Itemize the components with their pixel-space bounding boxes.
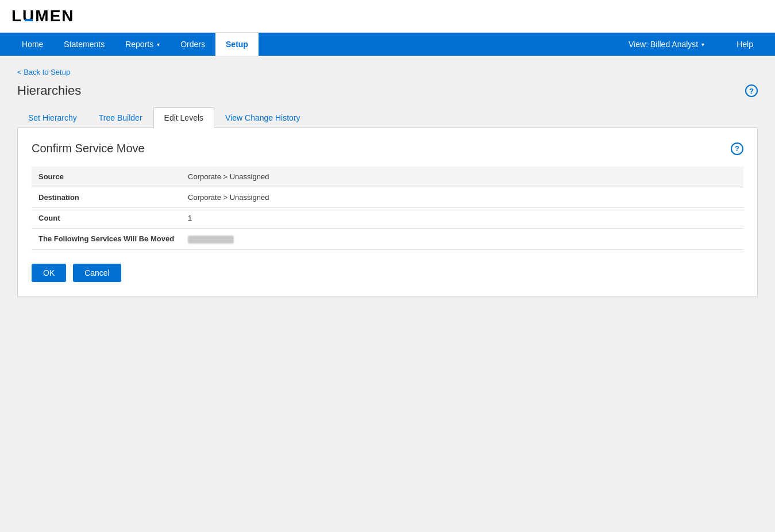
services-value bbox=[181, 229, 743, 250]
redacted-value bbox=[188, 236, 234, 244]
nav-statements[interactable]: Statements bbox=[53, 33, 115, 56]
logo-text: LUMEN bbox=[11, 7, 75, 25]
table-row-services: The Following Services Will Be Moved bbox=[32, 229, 743, 250]
info-table: Source Corporate > Unassigned Destinatio… bbox=[32, 167, 743, 250]
source-value: Corporate > Unassigned bbox=[181, 167, 743, 187]
nav-analyst-label: View: Billed Analyst bbox=[629, 40, 698, 49]
logo: LUMEN bbox=[11, 7, 75, 25]
destination-label: Destination bbox=[32, 187, 181, 208]
button-group: OK Cancel bbox=[32, 264, 743, 282]
nav-right: View: Billed Analyst ▾ Help bbox=[618, 33, 764, 56]
nav-orders[interactable]: Orders bbox=[170, 33, 215, 56]
top-header: LUMEN bbox=[0, 0, 775, 33]
table-row-destination: Destination Corporate > Unassigned bbox=[32, 187, 743, 208]
nav-reports-label: Reports bbox=[125, 40, 153, 49]
count-label: Count bbox=[32, 208, 181, 229]
nav-analyst-chevron: ▾ bbox=[701, 41, 704, 48]
page-help-icon[interactable]: ? bbox=[745, 84, 758, 97]
source-label: Source bbox=[32, 167, 181, 187]
card: Confirm Service Move ? Source Corporate … bbox=[17, 128, 758, 296]
page-content: < Back to Setup Hierarchies ? Set Hierar… bbox=[0, 56, 775, 308]
card-help-icon[interactable]: ? bbox=[731, 142, 743, 155]
card-title: Confirm Service Move bbox=[32, 142, 145, 155]
tab-edit-levels[interactable]: Edit Levels bbox=[153, 107, 214, 128]
page-title-row: Hierarchies ? bbox=[17, 83, 758, 98]
tab-set-hierarchy[interactable]: Set Hierarchy bbox=[17, 107, 88, 128]
nav-bar: Home Statements Reports ▾ Orders Setup V… bbox=[0, 33, 775, 56]
nav-reports-chevron: ▾ bbox=[157, 41, 160, 48]
card-title-row: Confirm Service Move ? bbox=[32, 142, 743, 155]
table-row-source: Source Corporate > Unassigned bbox=[32, 167, 743, 187]
destination-value: Corporate > Unassigned bbox=[181, 187, 743, 208]
nav-home[interactable]: Home bbox=[11, 33, 53, 56]
cancel-button[interactable]: Cancel bbox=[73, 264, 121, 282]
tab-tree-builder[interactable]: Tree Builder bbox=[88, 107, 153, 128]
tab-view-change-history[interactable]: View Change History bbox=[214, 107, 311, 128]
logo-accent bbox=[25, 19, 33, 21]
table-row-count: Count 1 bbox=[32, 208, 743, 229]
nav-setup[interactable]: Setup bbox=[215, 33, 259, 56]
count-value: 1 bbox=[181, 208, 743, 229]
services-label: The Following Services Will Be Moved bbox=[32, 229, 181, 250]
page-title: Hierarchies bbox=[17, 83, 81, 98]
back-link[interactable]: < Back to Setup bbox=[17, 68, 70, 76]
tabs: Set Hierarchy Tree Builder Edit Levels V… bbox=[17, 107, 758, 128]
nav-view-analyst[interactable]: View: Billed Analyst ▾ bbox=[618, 33, 715, 56]
nav-help[interactable]: Help bbox=[726, 33, 764, 56]
nav-items: Home Statements Reports ▾ Orders Setup bbox=[11, 33, 618, 56]
nav-reports[interactable]: Reports ▾ bbox=[115, 33, 170, 56]
ok-button[interactable]: OK bbox=[32, 264, 66, 282]
